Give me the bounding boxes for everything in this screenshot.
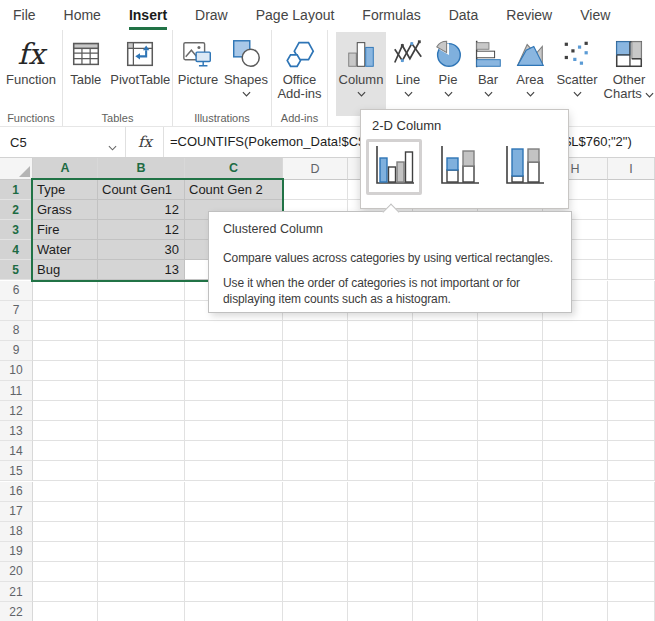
row-header-1[interactable]: 1: [0, 180, 33, 200]
stacked-column-option[interactable]: [431, 139, 487, 195]
cell-G15[interactable]: [478, 461, 543, 481]
cell-B4[interactable]: 30: [98, 240, 185, 260]
cell-G17[interactable]: [478, 502, 543, 522]
cell-F13[interactable]: [413, 421, 478, 441]
tab-review[interactable]: Review: [506, 0, 552, 30]
cell-F22[interactable]: [413, 602, 478, 621]
tab-formulas[interactable]: Formulas: [362, 0, 420, 30]
cell-B17[interactable]: [98, 502, 185, 522]
cell-C1[interactable]: Count Gen 2: [185, 180, 283, 200]
chevron-down-icon[interactable]: [108, 139, 117, 154]
cell-F15[interactable]: [413, 461, 478, 481]
cell-D21[interactable]: [283, 582, 348, 602]
cell-B2[interactable]: 12: [98, 200, 185, 220]
cell-C21[interactable]: [185, 582, 283, 602]
cell-D22[interactable]: [283, 602, 348, 621]
row-header-7[interactable]: 7: [0, 301, 33, 321]
cell-C18[interactable]: [185, 522, 283, 542]
row-header-3[interactable]: 3: [0, 220, 33, 240]
cell-G12[interactable]: [478, 401, 543, 421]
cell-G21[interactable]: [478, 582, 543, 602]
cell-D1[interactable]: [283, 180, 348, 200]
cell-A1[interactable]: Type: [33, 180, 98, 200]
cell-D15[interactable]: [283, 461, 348, 481]
cell-D14[interactable]: [283, 441, 348, 461]
cell-G16[interactable]: [478, 482, 543, 502]
cell-B5[interactable]: 13: [98, 260, 185, 280]
cell-B14[interactable]: [98, 441, 185, 461]
cell-A17[interactable]: [33, 502, 98, 522]
insert-function-button[interactable]: fx: [127, 127, 164, 157]
cell-F11[interactable]: [413, 381, 478, 401]
cell-C12[interactable]: [185, 401, 283, 421]
row-header-14[interactable]: 14: [0, 441, 33, 461]
table-button[interactable]: Table: [64, 32, 108, 116]
pivottable-button[interactable]: PivotTable: [110, 32, 171, 116]
cell-E13[interactable]: [348, 421, 413, 441]
cell-E8[interactable]: [348, 321, 413, 341]
cell-I14[interactable]: [608, 441, 655, 461]
cell-E15[interactable]: [348, 461, 413, 481]
cell-A19[interactable]: [33, 542, 98, 562]
column-header-C[interactable]: C: [185, 158, 283, 180]
cell-A11[interactable]: [33, 381, 98, 401]
cell-B20[interactable]: [98, 562, 185, 582]
cell-D12[interactable]: [283, 401, 348, 421]
cell-I15[interactable]: [608, 461, 655, 481]
cell-I13[interactable]: [608, 421, 655, 441]
cell-G22[interactable]: [478, 602, 543, 621]
cell-G13[interactable]: [478, 421, 543, 441]
cell-F8[interactable]: [413, 321, 478, 341]
cell-A2[interactable]: Grass: [33, 200, 98, 220]
row-header-15[interactable]: 15: [0, 461, 33, 481]
name-box[interactable]: C5: [0, 127, 126, 157]
tab-data[interactable]: Data: [449, 0, 479, 30]
tab-file[interactable]: File: [13, 0, 36, 30]
row-header-22[interactable]: 22: [0, 602, 33, 621]
cell-I2[interactable]: [608, 200, 655, 220]
cell-A22[interactable]: [33, 602, 98, 621]
shapes-button[interactable]: Shapes: [223, 32, 269, 116]
cell-B13[interactable]: [98, 421, 185, 441]
cell-E11[interactable]: [348, 381, 413, 401]
row-header-13[interactable]: 13: [0, 421, 33, 441]
cell-C19[interactable]: [185, 542, 283, 562]
cell-I5[interactable]: [608, 260, 655, 280]
cell-B21[interactable]: [98, 582, 185, 602]
cell-A13[interactable]: [33, 421, 98, 441]
cell-H11[interactable]: [543, 381, 608, 401]
cell-C14[interactable]: [185, 441, 283, 461]
cell-D19[interactable]: [283, 542, 348, 562]
cell-F17[interactable]: [413, 502, 478, 522]
cell-A21[interactable]: [33, 582, 98, 602]
cell-D11[interactable]: [283, 381, 348, 401]
cell-D13[interactable]: [283, 421, 348, 441]
cell-I1[interactable]: [608, 180, 655, 200]
column-header-D[interactable]: D: [283, 158, 348, 180]
cell-C15[interactable]: [185, 461, 283, 481]
tab-view[interactable]: View: [580, 0, 610, 30]
cell-F20[interactable]: [413, 562, 478, 582]
cell-I22[interactable]: [608, 602, 655, 621]
cell-E12[interactable]: [348, 401, 413, 421]
cell-D8[interactable]: [283, 321, 348, 341]
row-header-9[interactable]: 9: [0, 341, 33, 361]
cell-E16[interactable]: [348, 482, 413, 502]
cell-I16[interactable]: [608, 482, 655, 502]
cell-H8[interactable]: [543, 321, 608, 341]
cell-G10[interactable]: [478, 361, 543, 381]
cell-B8[interactable]: [98, 321, 185, 341]
column-header-I[interactable]: I: [608, 158, 655, 180]
office-add-ins-button[interactable]: OfficeAdd-ins: [273, 32, 326, 116]
row-header-10[interactable]: 10: [0, 361, 33, 381]
cell-C11[interactable]: [185, 381, 283, 401]
column-header-B[interactable]: B: [98, 158, 185, 180]
row-header-2[interactable]: 2: [0, 200, 33, 220]
cell-E9[interactable]: [348, 341, 413, 361]
cell-G20[interactable]: [478, 562, 543, 582]
row-header-6[interactable]: 6: [0, 281, 33, 301]
cell-D9[interactable]: [283, 341, 348, 361]
cell-H13[interactable]: [543, 421, 608, 441]
cell-I11[interactable]: [608, 381, 655, 401]
cell-B15[interactable]: [98, 461, 185, 481]
